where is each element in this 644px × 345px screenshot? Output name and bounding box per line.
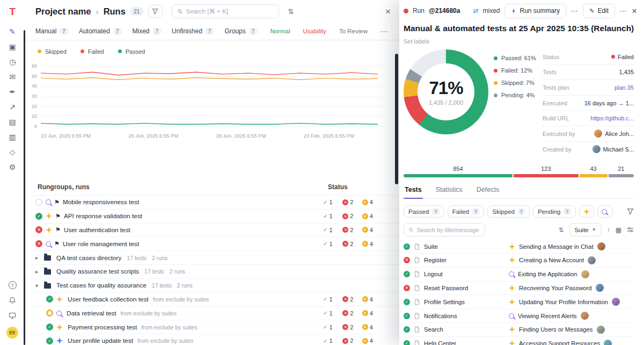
filter-button[interactable] — [148, 5, 163, 18]
search-box[interactable] — [172, 4, 279, 18]
run-row[interactable]: ✕ ⚑ User authentication test ✓1 ✕2 ✕4 — [25, 223, 399, 237]
run-note: from exclude by suites — [120, 310, 176, 317]
rungroup-row[interactable]: ▸ QA test cases directory 17 tests 2 run… — [25, 250, 399, 264]
filter-funnel-icon[interactable] — [627, 208, 634, 215]
chevron-right-icon[interactable]: ▸ — [35, 269, 42, 275]
filter-skipped[interactable]: Skipped7 — [487, 205, 530, 218]
run-row[interactable]: ✕ ⚑ User role management test ✓1 ✕2 ✕4 — [25, 236, 399, 250]
suite-name: Reset Password — [424, 285, 468, 291]
history-icon[interactable]: ◷ — [9, 58, 16, 66]
filter-pending[interactable]: Pending7 — [533, 205, 576, 218]
test-row[interactable]: ✓Help Center Accessing Support Resources — [404, 337, 634, 345]
tab-label: Automated — [79, 27, 110, 35]
tab-statistics[interactable]: Statistics — [435, 183, 464, 198]
test-row[interactable]: ✓Search Finding Users or Messages — [404, 323, 634, 337]
run-row[interactable]: ⚑ Mobile responsiveness test ✓1 ✕2 ✕4 — [25, 195, 399, 209]
pipelines-icon[interactable]: ◇ — [10, 148, 16, 156]
run-row[interactable]: ✓ ⚑ API response validation test ✓1 ✕2 ✕… — [25, 209, 399, 223]
tab-manual[interactable]: Manual7 — [35, 27, 68, 35]
run-row[interactable]: ✓ User feedback collection test from exc… — [25, 292, 399, 306]
tests-plan-link[interactable]: plan 35 — [614, 84, 634, 91]
view-settings-icon[interactable] — [627, 226, 634, 233]
edit-button[interactable]: ✎Edit — [583, 4, 615, 18]
breadcrumb-project[interactable]: Project name — [35, 6, 91, 17]
sidebar-footer: ? EE — [6, 281, 18, 345]
chevron-right-icon[interactable]: ▸ — [35, 255, 42, 261]
runs-trend-chart: 605040302010023 Jun, 2025 6:55 PM25 Jun,… — [25, 61, 385, 141]
filter-failed[interactable]: Failed7 — [448, 205, 485, 218]
chip-count: 7 — [564, 208, 570, 215]
run-row[interactable]: ✓ User profile update test from exclude … — [25, 334, 399, 345]
more-options-icon[interactable]: ⋯ — [380, 27, 389, 35]
tab-defects[interactable]: Defects — [475, 183, 500, 198]
segment-count: 21 — [609, 166, 634, 172]
rungroup-row[interactable]: ▸ Quality assurance test scripts 17 test… — [25, 264, 399, 278]
test-row[interactable]: ✓Notifications Viewing Recent Alerts — [404, 309, 634, 323]
tab-tests[interactable]: Tests — [404, 183, 423, 199]
status-badges: ✓1 ✕2 ✕4 — [323, 199, 375, 205]
filter-automated[interactable] — [579, 205, 594, 218]
sort-swap-icon[interactable]: ⇅ — [288, 8, 294, 16]
edit-icon[interactable]: ✎ — [9, 28, 16, 35]
rungroup-row-expanded[interactable]: ▾ Test cases for quality assurance 17 te… — [25, 278, 399, 292]
automated-test-icon — [56, 296, 63, 303]
bell-icon[interactable] — [9, 297, 16, 304]
search-input[interactable] — [186, 8, 274, 15]
test-name: Updating Your Profile Information — [519, 299, 608, 305]
sort-direction-icon[interactable]: ↑ — [607, 226, 610, 234]
more-options-icon[interactable]: ⋯ — [619, 6, 627, 15]
design-icon[interactable]: ✒ — [9, 88, 16, 96]
failed-count: ✕2 — [342, 199, 355, 205]
settings-gear-icon[interactable]: ⚙ — [9, 163, 16, 171]
close-icon[interactable]: × — [385, 7, 391, 16]
tab-unfinished[interactable]: Unfinished7 — [172, 27, 214, 35]
progress-segment-pending: 21 — [609, 166, 634, 177]
test-row[interactable]: ✓Profile Settings Updating Your Profile … — [404, 295, 634, 309]
projects-icon[interactable]: ▣ — [9, 43, 16, 51]
label-to-review[interactable]: To Review — [339, 28, 368, 34]
reports-icon[interactable]: ▥ — [9, 133, 16, 141]
set-labels-link[interactable]: Set labels — [404, 38, 429, 45]
run-row[interactable]: Data retrieval test from exclude by suit… — [25, 306, 399, 320]
help-icon[interactable]: ? — [9, 281, 17, 289]
user-avatar[interactable]: EE — [6, 327, 18, 339]
tab-mixed[interactable]: Mixed7 — [133, 27, 162, 35]
close-icon[interactable]: × — [632, 6, 637, 16]
tab-automated[interactable]: Automated7 — [79, 27, 122, 35]
tests-search-box[interactable] — [404, 223, 485, 236]
build-url-link[interactable]: https://github.c... — [590, 115, 634, 121]
test-row[interactable]: ✓Suite Sending a Message in Chat — [404, 240, 634, 254]
legend-item-skipped[interactable]: Skipped — [38, 48, 67, 55]
run-row[interactable]: ✓ Payment processing test from exclude b… — [25, 320, 399, 334]
label-normal[interactable]: Normal — [270, 28, 290, 34]
filter-manual[interactable] — [597, 205, 613, 218]
legend-item-passed[interactable]: Passed — [118, 48, 145, 55]
breadcrumb-runs[interactable]: Runs — [104, 6, 126, 17]
monitor-icon[interactable] — [9, 312, 16, 319]
tests-search-input[interactable] — [417, 227, 480, 233]
test-row[interactable]: ✕Reset Password Recovering Your Password — [404, 282, 634, 296]
suite-name: Notifications — [424, 313, 457, 319]
test-row[interactable]: ✓Logout Exiting the Application — [404, 268, 634, 282]
test-row[interactable]: ✕Register Creating a New Account — [404, 254, 634, 268]
detail-label: Tests plan — [543, 84, 569, 91]
run-id[interactable]: @214680a — [429, 7, 460, 15]
messages-icon[interactable]: ✉ — [9, 73, 16, 81]
label-usability[interactable]: Usability — [303, 28, 326, 34]
chevron-down-icon[interactable]: ▾ — [35, 283, 42, 289]
run-summary-button[interactable]: Run summary — [504, 4, 567, 18]
scrollbar[interactable] — [395, 54, 398, 184]
runs-icon[interactable]: ▤ — [9, 118, 16, 126]
svg-text:30: 30 — [32, 94, 37, 99]
more-options-icon[interactable]: ⋯ — [570, 6, 579, 15]
sort-icon[interactable]: ⇅ — [558, 226, 564, 234]
tab-groups[interactable]: Groups7 — [224, 27, 257, 35]
table-view-icon[interactable]: ▦ — [616, 226, 621, 234]
group-by-suite-dropdown[interactable]: Suite▼ — [569, 223, 602, 236]
manual-test-icon — [509, 271, 514, 277]
filter-passed[interactable]: Passed7 — [404, 205, 444, 218]
app-logo[interactable]: T — [9, 4, 16, 19]
legend-item-failed[interactable]: Failed — [80, 48, 104, 55]
growth-icon[interactable]: ↗ — [9, 103, 16, 111]
detail-row-executed-by: Executed by Alice Joh... — [543, 126, 634, 142]
